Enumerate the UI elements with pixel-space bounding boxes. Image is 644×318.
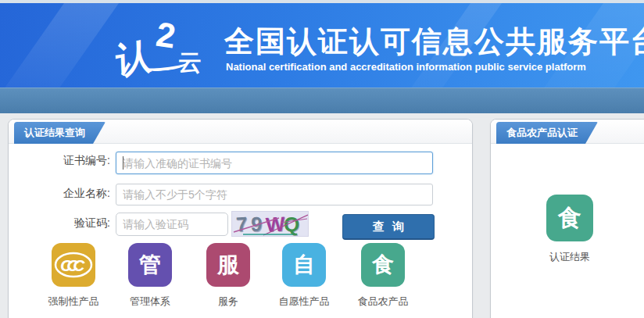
ccc-glyph: CCC: [60, 256, 85, 274]
category-label: 强制性产品: [34, 295, 113, 309]
page-subtitle: National certification and accreditation…: [226, 61, 586, 73]
site-header: 认 2 云 全国认证认可信息公共服务平台 National certificat…: [0, 3, 644, 88]
food-cert-icon[interactable]: 食: [546, 195, 593, 241]
category-food-agriculture[interactable]: 食 食品农产品: [344, 243, 422, 309]
text-caret: [123, 156, 123, 170]
page-title: 全国认证认可信息公共服务平台: [224, 22, 644, 62]
site-logo[interactable]: 认 2 云: [116, 17, 217, 88]
management-icon[interactable]: 管: [128, 243, 172, 287]
company-name-label: 企业名称:: [9, 187, 110, 201]
category-label: 管理体系: [111, 295, 189, 309]
food-glyph: 食: [372, 250, 394, 280]
management-glyph: 管: [139, 250, 161, 280]
category-voluntary-products[interactable]: 自 自愿性产品: [265, 243, 343, 309]
query-panel: 认证结果查询 证书编号: 企业名称: 验证码: 7 9 W Q 查询 CCC 强…: [8, 119, 473, 318]
food-panel-header: 食品农产品认证: [491, 120, 644, 144]
query-button[interactable]: 查询: [342, 214, 435, 240]
food-cert-glyph: 食: [558, 202, 581, 234]
captcha-input[interactable]: [116, 213, 228, 236]
company-name-input[interactable]: [116, 184, 433, 205]
category-services[interactable]: 服 服务: [189, 243, 267, 309]
food-panel: 食品农产品认证 食 认证结果: [490, 119, 644, 318]
ccc-mark-icon[interactable]: CCC: [52, 243, 95, 287]
category-label: 服务: [189, 295, 267, 309]
voluntary-glyph: 自: [293, 250, 315, 280]
captcha-image[interactable]: 7 9 W Q: [231, 211, 309, 237]
voluntary-icon[interactable]: 自: [282, 243, 326, 287]
nav-bar[interactable]: [0, 88, 644, 113]
food-cert-result-item[interactable]: 食 认证结果: [523, 195, 617, 264]
logo-yun-glyph: 云: [178, 47, 202, 79]
captcha-noise-lines: [232, 212, 309, 237]
food-icon[interactable]: 食: [361, 243, 405, 287]
logo-ren-glyph: 认: [115, 31, 152, 87]
category-label: 食品农产品: [344, 295, 422, 309]
category-management-system[interactable]: 管 管理体系: [111, 243, 189, 309]
services-icon[interactable]: 服: [206, 243, 250, 287]
query-panel-tab[interactable]: 认证结果查询: [14, 122, 106, 144]
food-panel-tab[interactable]: 食品农产品认证: [496, 122, 598, 144]
cert-no-label: 证书编号:: [9, 154, 110, 168]
captcha-label: 验证码:: [9, 216, 110, 230]
services-glyph: 服: [217, 250, 239, 280]
cert-no-input[interactable]: [116, 152, 433, 174]
logo-2-glyph: 2: [154, 15, 178, 56]
header-streak: [0, 3, 124, 88]
query-panel-header: 认证结果查询: [9, 120, 472, 144]
category-label: 自愿性产品: [265, 295, 343, 309]
category-compulsory-products[interactable]: CCC 强制性产品: [34, 243, 113, 309]
food-cert-label: 认证结果: [523, 250, 617, 264]
